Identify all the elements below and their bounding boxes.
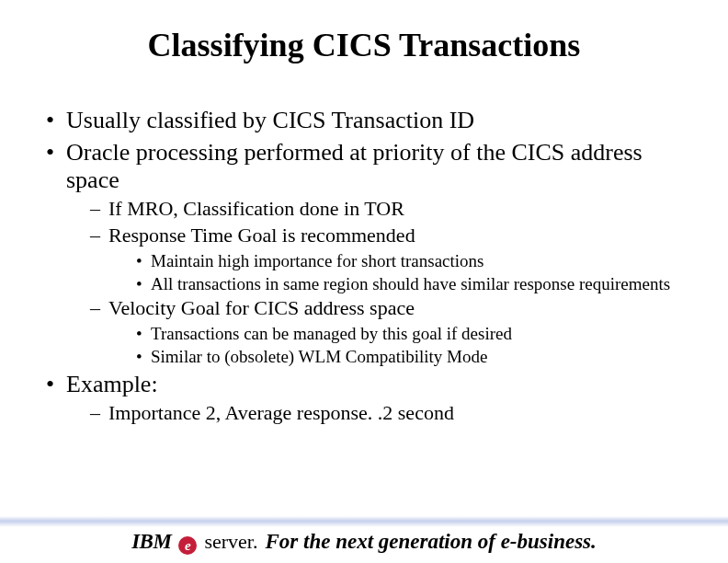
footer-divider bbox=[0, 516, 728, 527]
bullet-text: Oracle processing performed at priority … bbox=[66, 139, 643, 194]
bullet-text: Response Time Goal is recommended bbox=[108, 224, 415, 247]
slide-title: Classifying CICS Transactions bbox=[37, 26, 691, 64]
slide: Classifying CICS Transactions Usually cl… bbox=[0, 0, 728, 563]
bullet-text: Maintain high importance for short trans… bbox=[151, 251, 484, 270]
sub-bullet-item: Response Time Goal is recommended Mainta… bbox=[90, 224, 691, 294]
bullet-text: Example: bbox=[66, 371, 158, 397]
bullet-item: Example: Importance 2, Average response.… bbox=[46, 371, 691, 426]
tagline-text: For the next generation of e-business. bbox=[265, 530, 596, 554]
sub-bullet-list: If MRO, Classification done in TOR Respo… bbox=[90, 197, 691, 367]
bullet-text: Similar to (obsolete) WLM Compatibility … bbox=[151, 347, 487, 366]
server-text: server. bbox=[204, 530, 257, 554]
sub-bullet-item: If MRO, Classification done in TOR bbox=[90, 197, 691, 222]
sub-bullet-item: Velocity Goal for CICS address space Tra… bbox=[90, 296, 691, 367]
bullet-text: Transactions can be managed by this goal… bbox=[151, 324, 512, 343]
subsub-bullet-list: Transactions can be managed by this goal… bbox=[136, 323, 691, 367]
bullet-text: If MRO, Classification done in TOR bbox=[108, 197, 404, 220]
footer-tagline: IBM e server. For the next generation of… bbox=[0, 530, 728, 554]
bullet-item: Usually classified by CICS Transaction I… bbox=[46, 107, 691, 135]
subsub-bullet-item: Maintain high importance for short trans… bbox=[136, 250, 691, 271]
subsub-bullet-list: Maintain high importance for short trans… bbox=[136, 250, 691, 294]
e-business-icon: e bbox=[178, 536, 197, 555]
sub-bullet-item: Importance 2, Average response. .2 secon… bbox=[90, 401, 691, 426]
bullet-list: Usually classified by CICS Transaction I… bbox=[46, 107, 691, 426]
bullet-text: Usually classified by CICS Transaction I… bbox=[66, 107, 474, 133]
ibm-logo-text: IBM bbox=[131, 530, 171, 554]
bullet-text: Velocity Goal for CICS address space bbox=[108, 296, 415, 319]
subsub-bullet-item: Transactions can be managed by this goal… bbox=[136, 323, 691, 344]
subsub-bullet-item: Similar to (obsolete) WLM Compatibility … bbox=[136, 346, 691, 367]
bullet-text: All transactions in same region should h… bbox=[151, 274, 670, 293]
bullet-item: Oracle processing performed at priority … bbox=[46, 139, 691, 368]
subsub-bullet-item: All transactions in same region should h… bbox=[136, 273, 691, 294]
footer: IBM e server. For the next generation of… bbox=[0, 516, 728, 554]
bullet-text: Importance 2, Average response. .2 secon… bbox=[108, 401, 454, 424]
sub-bullet-list: Importance 2, Average response. .2 secon… bbox=[90, 401, 691, 426]
